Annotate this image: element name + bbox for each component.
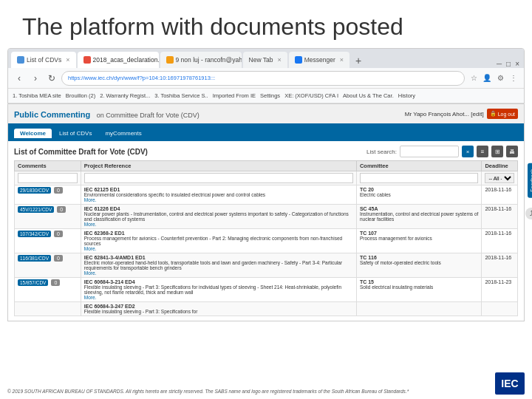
cdv-badge[interactable]: 116/381/CDV: [18, 255, 51, 262]
nav-tab-mycomments[interactable]: myComments: [99, 129, 147, 138]
cell-committee: TC 20 Electric cables: [356, 185, 482, 205]
more-link[interactable]: More.: [84, 270, 97, 276]
list-search-area: List search: × ≡ ⊞ 🖶: [366, 146, 518, 157]
filter-committee-input[interactable]: [360, 173, 479, 183]
logout-button[interactable]: 🔒 Log out: [487, 109, 518, 119]
bookmark-settings[interactable]: Settings: [260, 92, 280, 99]
bookmark-icon[interactable]: ☆: [468, 72, 480, 84]
filter-project-ref[interactable]: [81, 171, 356, 185]
cdv-badge[interactable]: 15/857/CDV: [18, 279, 48, 286]
tab-messenger[interactable]: Messenger ×: [289, 52, 349, 68]
cell-deadline: 2018-11-16: [482, 185, 518, 205]
filter-deadline[interactable]: -- All --: [482, 171, 518, 185]
cdv-badge[interactable]: 107/342/CDV: [18, 231, 51, 237]
filter-committee[interactable]: [356, 171, 482, 185]
address-bar[interactable]: https://www.iec.ch/dyn/www/f?p=104:10:16…: [61, 71, 465, 86]
count-badge: 0: [51, 279, 60, 286]
back-button[interactable]: ‹: [13, 72, 26, 85]
extensions-icon[interactable]: ⚙: [494, 72, 506, 84]
table-row[interactable]: 45V/1221/CDV 0 IEC 61226 ED4 Nuclear pow…: [15, 205, 518, 229]
list-search-input[interactable]: [400, 146, 459, 157]
nav-tab-welcome[interactable]: Welcome: [14, 129, 52, 138]
table-row[interactable]: 116/381/CDV 0 IEC 62841-3-4/AMD1 ED1 Ele…: [15, 253, 518, 278]
col-comments: Comments: [15, 161, 81, 171]
more-link[interactable]: More.: [84, 222, 97, 227]
share-button[interactable]: ⤴: [525, 208, 532, 219]
cell-committee: TC 15 Solid electrical insulating materi…: [356, 278, 482, 302]
table-header-row: List of Committee Draft for Vote (CDV) L…: [14, 146, 518, 157]
cell-project-ref: IEC 62125 ED1 Environmental consideratio…: [81, 185, 356, 205]
minimize-icon[interactable]: ─: [495, 60, 503, 68]
bookmark-xe[interactable]: XE: (XOF/USD) CFA I: [284, 92, 338, 99]
user-profile-icon[interactable]: 👤: [481, 72, 493, 84]
filter-comments[interactable]: [15, 171, 81, 185]
tab-icon: [166, 56, 174, 64]
cell-committee: TC 116 Safety of motor-operated electric…: [356, 253, 482, 278]
close-icon[interactable]: ×: [514, 60, 521, 68]
tab-label: New Tab: [249, 56, 273, 64]
tab-close-icon[interactable]: ×: [66, 56, 69, 64]
cell-comments: 45V/1221/CDV 0: [15, 205, 81, 229]
view-icon-button[interactable]: ≡: [477, 146, 488, 157]
tab-label: List of CDVs: [27, 56, 61, 64]
bookmark-toshiba[interactable]: 1. Toshiba MEA site: [13, 92, 61, 99]
bookmark-service[interactable]: 3. Toshiba Service S..: [154, 92, 208, 99]
tab-close-icon[interactable]: ×: [340, 56, 344, 64]
iec-website: Public Commenting on Committee Draft for…: [7, 104, 525, 321]
table-row[interactable]: 29/1830/CDV 0 IEC 62125 ED1 Environmenta…: [15, 185, 518, 205]
more-link[interactable]: More.: [84, 197, 97, 202]
table-row[interactable]: 15/857/CDV 0 IEC 60684-3-214 ED4 Flexibl…: [15, 278, 518, 302]
new-tab-button[interactable]: +: [351, 53, 366, 68]
bookmark-warranty[interactable]: 2. Warranty Regist...: [100, 92, 150, 99]
bookmark-about[interactable]: About Us & The Car.: [343, 92, 394, 99]
bookmark-brouillon[interactable]: Brouillon (2): [66, 92, 95, 99]
user-name: Mr Yapo François Ahot... [edit]: [405, 111, 484, 117]
col-deadline: Deadline: [482, 161, 518, 171]
filter-comments-input[interactable]: [18, 173, 78, 183]
cdv-table: Comments Project Reference Committee Dea…: [14, 160, 518, 316]
table-row[interactable]: IEC 60684-3-247 ED2 Flexible insulating …: [15, 302, 518, 316]
cell-project-ref: IEC 60684-3-247 ED2 Flexible insulating …: [81, 302, 356, 316]
col-project-ref: Project Reference: [81, 161, 356, 171]
more-link[interactable]: More.: [84, 246, 97, 251]
tab-icon: [17, 56, 24, 64]
bookmark-imported[interactable]: Imported From IE: [213, 92, 256, 99]
table-row[interactable]: 107/342/CDV 0 IEC 62368-2 ED1 Process ma…: [15, 229, 518, 253]
tab-icon: [295, 56, 302, 64]
cell-committee: SC 45A Instrumentation, control and elec…: [356, 205, 482, 229]
nav-tab-list-cdvs[interactable]: List of CDVs: [53, 129, 98, 138]
bookmark-history[interactable]: History: [398, 92, 415, 99]
cell-project-ref: IEC 62368-2 ED1 Process management for a…: [81, 229, 356, 253]
forward-button[interactable]: ›: [29, 72, 42, 85]
refresh-button[interactable]: ↻: [45, 72, 58, 85]
cell-deadline: [482, 302, 518, 316]
cdv-badge[interactable]: 29/1830/CDV: [18, 187, 51, 194]
cell-project-ref: IEC 60684-3-214 ED4 Flexible insulating …: [81, 278, 356, 302]
filter-project-input[interactable]: [84, 173, 353, 183]
cell-comments: 107/342/CDV 0: [15, 229, 81, 253]
user-area: Mr Yapo François Ahot... [edit] 🔒 Log ou…: [405, 109, 518, 119]
cell-deadline: 2018-11-23: [482, 278, 518, 302]
menu-icon[interactable]: ⋮: [508, 72, 519, 84]
tab-acas[interactable]: 2018_acas_declaration.pdf ×: [78, 52, 159, 68]
cell-project-ref: IEC 61226 ED4 Nuclear power plants - Ins…: [81, 205, 356, 229]
maximize-icon[interactable]: □: [505, 60, 512, 68]
tab-list-cdvs[interactable]: List of CDVs ×: [11, 52, 76, 68]
tab-close-icon[interactable]: ×: [277, 56, 281, 64]
iec-header: Public Commenting on Committee Draft for…: [8, 104, 524, 125]
tab-email[interactable]: 9 non luj - rancofn@yahoo.:: ×: [160, 52, 242, 68]
filter-deadline-select[interactable]: -- All --: [485, 173, 514, 183]
tab-new[interactable]: New Tab ×: [243, 52, 287, 68]
more-link[interactable]: More.: [84, 295, 97, 300]
count-badge: 0: [54, 255, 63, 262]
browser-window: List of CDVs × 2018_acas_declaration.pdf…: [7, 48, 525, 104]
print-icon-button[interactable]: 🖶: [506, 146, 518, 157]
filter-icon-button[interactable]: ⊞: [491, 146, 503, 157]
cdv-badge[interactable]: 45V/1221/CDV: [18, 206, 54, 213]
feedback-tab[interactable]: Feedback: [528, 163, 532, 198]
cell-committee: [356, 302, 482, 316]
count-badge: 0: [54, 231, 63, 237]
footer-text: © 2019 SOUTH AFRICAN BUREAU OF STANDARDS…: [7, 389, 409, 395]
search-button[interactable]: ×: [462, 146, 474, 157]
browser-tabs-bar: List of CDVs × 2018_acas_declaration.pdf…: [8, 49, 524, 68]
